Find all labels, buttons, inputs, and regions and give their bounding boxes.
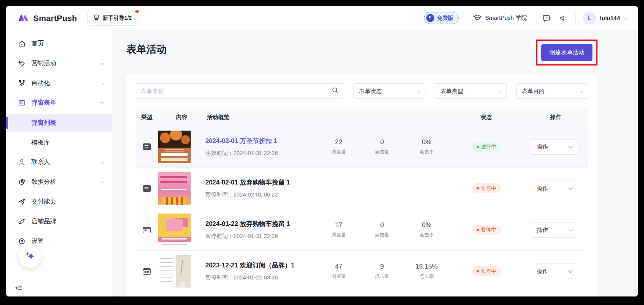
status-badge: 暂停中 <box>472 225 501 235</box>
embed-page-icon <box>143 268 151 275</box>
row-actions-dropdown[interactable]: 操作 <box>531 181 577 196</box>
chevron-down-icon <box>568 144 573 148</box>
status-dot-icon <box>477 146 479 148</box>
gear-icon <box>17 237 26 245</box>
app-window: SmartPush 新手引导1/2 免费版 <box>6 6 638 296</box>
avatar: L <box>583 12 596 25</box>
campaign-thumbnail[interactable] <box>158 131 191 163</box>
sparkles-icon <box>24 250 36 263</box>
campaign-list-card: 表单状态 表单类型 表单目的 类型 内容 活动概览 <box>126 74 598 296</box>
campaign-thumbnail[interactable] <box>158 172 191 205</box>
top-header: SmartPush 新手引导1/2 免费版 <box>6 6 638 30</box>
header-actions: 免费版 SmartPush 学院 <box>424 12 627 25</box>
ai-assistant-button[interactable] <box>19 245 41 268</box>
campaign-time: 暂停时间：2024-01-22 03:38 <box>205 274 317 281</box>
row-actions-dropdown[interactable]: 操作 <box>531 264 577 279</box>
search-box[interactable] <box>136 83 344 99</box>
campaign-title-link[interactable]: 2024-02-01 放弃购物车挽留 1 <box>205 178 317 187</box>
automation-icon <box>17 79 26 87</box>
stat-clicks: 0点击量 <box>360 138 404 155</box>
chevron-down-icon <box>101 160 105 164</box>
sidebar-item-popup-list[interactable]: 弹窗列表 <box>6 114 112 132</box>
campaign-title-link[interactable]: 2024-02-01 万圣节折扣 1 <box>205 137 317 145</box>
filter-bar: 表单状态 表单类型 表单目的 <box>136 83 588 99</box>
stat-ctr: 19.15%点击率 <box>404 263 449 280</box>
popup-window-icon <box>143 143 151 150</box>
feedback-chat-icon[interactable] <box>541 13 551 23</box>
brand-name: SmartPush <box>33 14 77 23</box>
stat-ctr: 0%点击率 <box>404 138 449 155</box>
sidebar-item-popup-forms[interactable]: 弹窗表单 <box>6 94 112 111</box>
popup-form-icon <box>17 98 26 107</box>
annotation-highlight-box: 创建表单活动 <box>536 40 598 65</box>
sidebar-footer <box>6 279 112 296</box>
status-dot-icon <box>477 270 479 272</box>
flag-icon <box>426 14 434 22</box>
sidebar-item-contacts[interactable]: 联系人 <box>6 153 112 171</box>
table-row: 2024-02-01 放弃购物车挽留 1 暂停时间：2024-02-01 06:… <box>136 167 588 209</box>
campaign-time: 暂停时间：2024-01-31 22:36 <box>205 233 317 240</box>
campaign-time: 生效时间：2024-01-31 22:36 <box>205 150 317 157</box>
chevron-down-icon <box>568 269 573 273</box>
chevron-down-icon <box>568 186 573 190</box>
column-header-action: 操作 <box>523 114 588 121</box>
chevron-down-icon <box>580 89 584 93</box>
sidebar-item-settings[interactable]: 设置 <box>6 233 112 250</box>
campaign-thumbnail[interactable] <box>158 255 191 288</box>
home-icon <box>17 39 26 48</box>
row-actions-dropdown[interactable]: 操作 <box>531 139 577 155</box>
user-menu[interactable]: L lulu144 <box>583 12 627 25</box>
campaign-title-link[interactable]: 2023-12-21 欢迎订阅（品牌）1 <box>205 261 317 270</box>
sidebar-item-automation[interactable]: 自动化 <box>6 74 112 91</box>
embed-page-icon <box>143 227 151 233</box>
guide-badge-label: 新手引导1/2 <box>103 15 132 22</box>
divider <box>466 14 466 23</box>
create-form-campaign-button[interactable]: 创建表单活动 <box>541 44 592 61</box>
page-header: 表单活动 创建表单活动 <box>126 40 598 65</box>
status-dot-icon <box>477 187 479 190</box>
search-input[interactable] <box>141 88 332 94</box>
campaign-time: 暂停时间：2024-02-01 06:22 <box>205 191 317 198</box>
brush-icon <box>17 217 26 226</box>
table-row: 2024-02-01 万圣节折扣 1 生效时间：2024-01-31 22:36… <box>136 126 588 167</box>
row-actions-dropdown[interactable]: 操作 <box>531 222 577 238</box>
chevron-down-icon <box>624 15 628 19</box>
campaign-title-link[interactable]: 2024-01-22 放弃购物车挽留 1 <box>205 220 317 228</box>
analytics-icon <box>17 177 26 186</box>
chevron-down-icon <box>568 227 573 231</box>
contacts-icon <box>17 158 26 166</box>
stat-ctr: 0%点击率 <box>404 221 449 238</box>
table-row: 2023-12-21 欢迎订阅（品牌）1 暂停时间：2024-01-22 03:… <box>136 250 588 292</box>
chevron-down-icon <box>101 61 105 65</box>
collapse-sidebar-icon[interactable] <box>15 284 23 292</box>
page-title: 表单活动 <box>126 43 167 56</box>
stat-views: 47浏览量 <box>317 263 360 280</box>
status-badge: 进行中 <box>472 142 501 152</box>
campaign-thumbnail[interactable] <box>158 214 191 246</box>
sidebar-item-store-brand[interactable]: 店铺品牌 <box>6 213 112 230</box>
plan-badge[interactable]: 免费版 <box>424 12 459 24</box>
stat-clicks: 0点击量 <box>360 221 404 238</box>
chevron-down-icon <box>101 179 105 183</box>
sidebar-item-analytics[interactable]: 数据分析 <box>6 173 112 190</box>
academy-link[interactable]: SmartPush 学院 <box>473 14 527 22</box>
table-row: 2024-01-22 放弃购物车挽留 1 暂停时间：2024-01-31 22:… <box>136 209 588 250</box>
sidebar: 首页 营销活动 自动化 弹窗表单 <box>6 30 112 296</box>
status-badge: 暂停中 <box>472 266 501 276</box>
status-badge: 暂停中 <box>472 183 501 193</box>
sidebar-item-deliverability[interactable]: 交付能力 <box>6 193 112 210</box>
plan-badge-label: 免费版 <box>437 15 453 22</box>
chevron-down-icon <box>417 89 421 93</box>
announcement-speaker-icon[interactable] <box>558 13 568 23</box>
sidebar-item-template-library[interactable]: 模板库 <box>6 134 112 152</box>
form-status-dropdown[interactable]: 表单状态 <box>353 83 425 99</box>
stat-views: 22浏览量 <box>317 138 360 155</box>
divider <box>575 14 576 23</box>
sidebar-item-home[interactable]: 首页 <box>6 35 112 52</box>
form-purpose-dropdown[interactable]: 表单目的 <box>516 83 588 99</box>
brand-logo[interactable]: SmartPush <box>18 12 77 24</box>
onboarding-guide-button[interactable]: 新手引导1/2 <box>87 11 138 26</box>
form-type-dropdown[interactable]: 表单类型 <box>435 83 507 99</box>
sidebar-item-marketing[interactable]: 营销活动 <box>6 55 112 72</box>
column-header-status: 状态 <box>449 114 523 121</box>
